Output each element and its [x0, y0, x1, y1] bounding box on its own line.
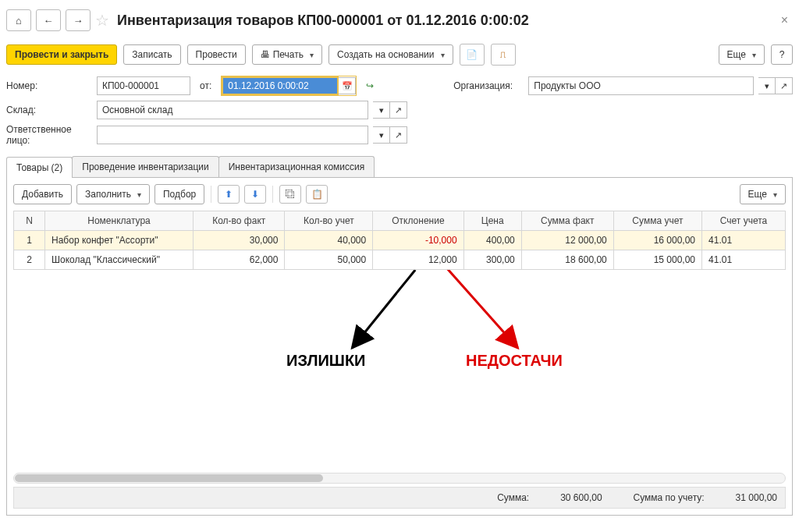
arrow-up-icon: ⬆ — [225, 189, 233, 200]
paste-icon: 📋 — [311, 189, 323, 200]
home-icon: ⌂ — [16, 15, 22, 27]
main-toolbar: Провести и закрыть Записать Провести 🖶 П… — [6, 41, 793, 73]
home-button[interactable]: ⌂ — [6, 9, 31, 31]
warehouse-label: Склад: — [6, 105, 92, 115]
col-price[interactable]: Цена — [463, 211, 521, 231]
more-button[interactable]: Еще — [719, 44, 765, 65]
annotation-surplus: ИЗЛИШКИ — [286, 352, 366, 370]
col-sum-fact[interactable]: Сумма факт — [521, 211, 613, 231]
responsible-dropdown-button[interactable]: ▾ — [373, 126, 390, 144]
number-label: Номер: — [6, 80, 92, 91]
sum-acc-value: 31 000,00 — [736, 492, 777, 503]
warehouse-dropdown-button[interactable]: ▾ — [373, 101, 390, 119]
add-row-button[interactable]: Добавить — [13, 184, 72, 204]
post-and-close-button[interactable]: Провести и закрыть — [6, 44, 117, 65]
move-down-button[interactable]: ⬇ — [244, 185, 266, 204]
annotation-layer: ИЗЛИШКИ НЕДОСТАЧИ — [13, 270, 786, 473]
sum-value: 30 600,00 — [560, 492, 602, 503]
deviation-cell-positive: 12,000 — [373, 250, 463, 270]
col-n[interactable]: N — [14, 211, 45, 231]
calendar-button[interactable]: 📅 — [339, 77, 356, 94]
responsible-select[interactable] — [97, 126, 368, 144]
col-account[interactable]: Счет учета — [702, 211, 786, 231]
calendar-icon: 📅 — [342, 81, 353, 91]
tab-content: Добавить Заполнить Подбор ⬆ ⬇ ⿻ 📋 Еще N … — [6, 178, 793, 516]
responsible-label: Ответственное лицо: — [6, 124, 92, 146]
favorite-star-icon[interactable]: ☆ — [95, 11, 109, 30]
grid-toolbar: Добавить Заполнить Подбор ⬆ ⬇ ⿻ 📋 Еще — [13, 184, 786, 211]
sum-acc-label: Сумма по учету: — [634, 492, 705, 503]
col-qty-fact[interactable]: Кол-во факт — [194, 211, 285, 231]
warehouse-open-button[interactable]: ↗ — [390, 101, 407, 119]
col-qty-acc[interactable]: Кол-во учет — [285, 211, 373, 231]
col-deviation[interactable]: Отклонение — [373, 211, 463, 231]
svg-line-0 — [352, 270, 415, 348]
svg-line-1 — [431, 270, 517, 348]
titlebar: ⌂ ← → ☆ Инвентаризация товаров КП00-0000… — [6, 6, 793, 41]
posted-flag-icon: ↪ — [366, 80, 374, 91]
print-button[interactable]: 🖶 Печать — [252, 44, 322, 65]
org-open-button[interactable]: ↗ — [776, 77, 793, 94]
horizontal-scrollbar[interactable] — [13, 473, 786, 484]
org-dropdown-button[interactable]: ▾ — [758, 77, 776, 94]
copy-icon: ⿻ — [286, 189, 295, 200]
printer-icon: 🖶 — [261, 49, 270, 60]
date-input[interactable]: 01.12.2016 0:00:02 — [222, 76, 339, 95]
pickup-button[interactable]: Подбор — [154, 184, 204, 204]
forward-button[interactable]: → — [66, 9, 91, 31]
table-row[interactable]: 1 Набор конфет "Ассорти" 30,000 40,000 -… — [14, 231, 786, 250]
fill-button[interactable]: Заполнить — [76, 184, 150, 204]
save-button[interactable]: Записать — [123, 44, 180, 65]
copy-button[interactable]: ⿻ — [279, 185, 301, 204]
back-button[interactable]: ← — [36, 9, 61, 31]
grid-more-button[interactable]: Еще — [740, 184, 786, 204]
org-label: Организация: — [453, 80, 524, 91]
close-button[interactable]: × — [776, 13, 793, 27]
deviation-cell-negative: -10,000 — [373, 231, 463, 250]
paperclip-icon: 📄 — [466, 49, 478, 60]
responsible-open-button[interactable]: ↗ — [390, 126, 407, 144]
tree-icon: ⎍ — [500, 49, 506, 60]
org-select[interactable]: Продукты ООО — [528, 76, 754, 95]
number-input[interactable]: КП00-000001 — [97, 76, 190, 95]
post-button[interactable]: Провести — [187, 44, 246, 65]
col-nomenclature[interactable]: Номенклатура — [45, 211, 194, 231]
annotation-shortage: НЕДОСТАЧИ — [466, 352, 563, 370]
paste-button[interactable]: 📋 — [306, 185, 328, 204]
page-title: Инвентаризация товаров КП00-000001 от 01… — [117, 12, 529, 29]
structure-button[interactable]: ⎍ — [491, 44, 516, 66]
tab-goods[interactable]: Товары (2) — [6, 157, 73, 178]
arrow-down-icon: ⬇ — [251, 189, 259, 200]
tab-commission[interactable]: Инвентаризационная комиссия — [218, 156, 375, 177]
from-label: от: — [200, 80, 211, 91]
warehouse-select[interactable]: Основной склад — [97, 101, 368, 119]
totals-footer: Сумма: 30 600,00 Сумма по учету: 31 000,… — [13, 487, 786, 509]
scrollbar-thumb[interactable] — [15, 474, 323, 482]
sum-label: Сумма: — [497, 492, 529, 503]
col-sum-acc[interactable]: Сумма учет — [613, 211, 701, 231]
arrow-left-icon: ← — [44, 15, 54, 27]
arrow-right-icon: → — [73, 15, 83, 27]
table-row[interactable]: 2 Шоколад "Классический" 62,000 50,000 1… — [14, 250, 786, 270]
tab-inventory-process[interactable]: Проведение инвентаризации — [72, 156, 218, 177]
create-based-on-button[interactable]: Создать на основании — [328, 44, 453, 65]
attach-button[interactable]: 📄 — [460, 44, 485, 66]
goods-table: N Номенклатура Кол-во факт Кол-во учет О… — [13, 211, 786, 270]
help-button[interactable]: ? — [771, 44, 793, 65]
tab-bar: Товары (2) Проведение инвентаризации Инв… — [6, 156, 793, 178]
move-up-button[interactable]: ⬆ — [218, 185, 240, 204]
